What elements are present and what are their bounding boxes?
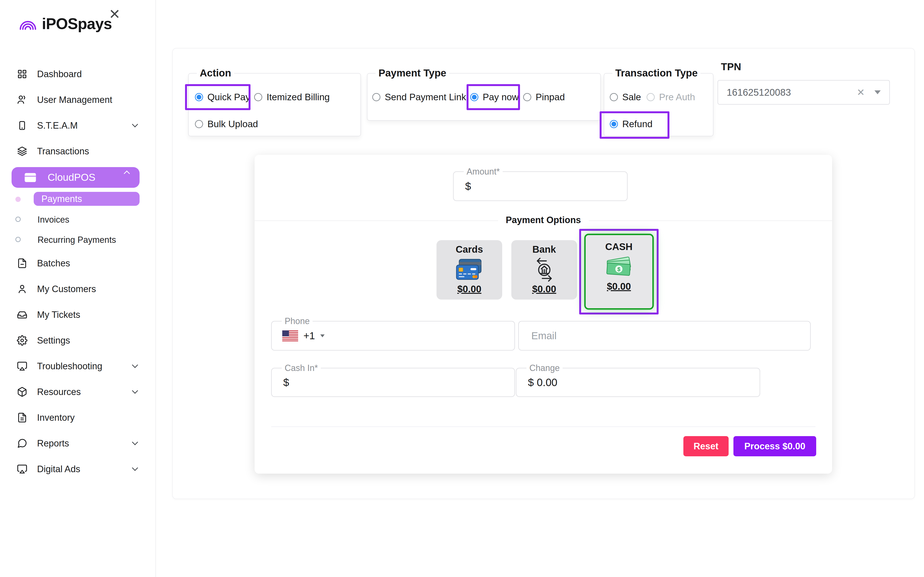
sidebar-item-my-tickets[interactable]: My Tickets <box>17 308 140 322</box>
layers-icon <box>17 146 27 156</box>
amount-currency-prefix: $ <box>465 180 471 192</box>
sidebar-item-batches[interactable]: Batches <box>17 256 140 271</box>
sidebar-item-label: Batches <box>37 258 70 269</box>
bank-transfer-icon <box>511 255 577 284</box>
cash-in-currency-prefix: $ <box>283 377 289 388</box>
chevron-down-icon <box>132 439 138 445</box>
credit-cards-icon <box>436 255 502 284</box>
buttons-divider <box>271 427 816 427</box>
chevron-down-icon <box>132 362 138 368</box>
sidebar-item-label: Dashboard <box>37 69 82 79</box>
option-amount: $0.00 <box>586 281 652 292</box>
chevron-down-icon <box>132 121 138 127</box>
payment-option-cards[interactable]: Cards <box>436 240 502 300</box>
amount-field[interactable]: Amount* $ <box>453 171 628 201</box>
radio-itemized-billing[interactable]: Itemized Billing <box>254 92 330 102</box>
radio-label: Pre Auth <box>659 92 695 102</box>
payment-option-cash[interactable]: CASH $ $0.00 <box>584 234 654 309</box>
cash-in-field[interactable]: Cash In* $ <box>271 368 515 397</box>
radio-icon <box>254 93 262 101</box>
radio-pinpad[interactable]: Pinpad <box>523 92 565 102</box>
sidebar-item-label: Inventory <box>37 413 74 423</box>
change-field: Change $ 0.00 <box>516 368 760 397</box>
phone-field[interactable]: Phone +1 <box>271 321 515 351</box>
sidebar-item-payments[interactable]: Payments <box>34 192 140 206</box>
cash-icon: $ <box>586 253 652 281</box>
radio-label: Itemized Billing <box>267 92 330 102</box>
radio-icon <box>372 93 380 101</box>
sidebar-item-cloudpos[interactable]: CloudPOS <box>11 167 140 188</box>
radio-label: Bulk Upload <box>207 119 258 129</box>
file-minus-icon <box>17 258 27 269</box>
change-value: $ 0.00 <box>528 377 557 388</box>
sidebar-item-settings[interactable]: Settings <box>17 333 140 348</box>
sidebar: iPOSpays ✕ Dashboard User Management S.T… <box>0 0 156 577</box>
radio-send-payment-link[interactable]: Send Payment Link <box>372 92 466 102</box>
sidebar-item-my-customers[interactable]: My Customers <box>17 282 140 296</box>
box-icon <box>17 387 27 397</box>
sidebar-item-transactions[interactable]: Transactions <box>17 144 140 158</box>
main-content-card: Action Quick Pay Itemized Billing Bulk U… <box>172 48 915 499</box>
sidebar-item-label: Settings <box>37 335 70 346</box>
clear-icon[interactable]: ✕ <box>857 87 865 98</box>
radio-sale[interactable]: Sale <box>610 92 641 102</box>
cloudpos-card-icon <box>24 172 37 183</box>
change-label: Change <box>527 363 562 373</box>
option-amount: $0.00 <box>436 284 502 295</box>
sidebar-item-inventory[interactable]: Inventory <box>17 410 140 425</box>
rainbow-logo-icon <box>19 16 37 31</box>
radio-label: Refund <box>622 119 653 129</box>
radio-icon <box>610 93 618 101</box>
payment-panel: Amount* $ Payment Options Cards <box>255 155 832 474</box>
chevron-up-icon <box>124 171 130 176</box>
email-input[interactable] <box>519 321 810 350</box>
quick-pay-highlight <box>185 84 250 110</box>
sidebar-item-label: Resources <box>37 387 81 397</box>
radio-refund[interactable]: Refund <box>610 119 653 129</box>
grid-icon <box>17 69 27 79</box>
us-flag-icon <box>282 330 298 342</box>
brand-logo[interactable]: iPOSpays <box>19 15 112 33</box>
tpn-label: TPN <box>721 61 741 73</box>
sidebar-item-label: Recurring Payments <box>37 235 116 245</box>
sidebar-item-label: Digital Ads <box>37 464 80 474</box>
screen-ads-icon <box>17 464 27 474</box>
sidebar-item-reports[interactable]: Reports <box>17 436 140 451</box>
sidebar-item-user-management[interactable]: User Management <box>17 93 140 107</box>
payment-option-bank[interactable]: Bank $0.00 <box>511 240 577 300</box>
radio-pre-auth: Pre Auth <box>646 92 695 102</box>
sidebar-item-resources[interactable]: Resources <box>17 385 140 399</box>
sidebar-item-invoices[interactable]: Invoices <box>37 215 69 225</box>
sidebar-item-troubleshooting[interactable]: Troubleshooting <box>17 359 140 373</box>
transaction-type-fieldset: Transaction Type Sale Pre Auth Refund <box>604 73 714 136</box>
radio-icon <box>610 120 618 128</box>
sidebar-item-digital-ads[interactable]: Digital Ads <box>17 462 140 476</box>
close-icon[interactable]: ✕ <box>109 7 121 21</box>
sidebar-item-steam[interactable]: S.T.E.A.M <box>17 118 140 133</box>
message-circle-icon <box>17 438 27 449</box>
option-title: Cards <box>436 244 502 255</box>
sidebar-item-recurring-payments[interactable]: Recurring Payments <box>37 235 116 245</box>
radio-bulk-upload[interactable]: Bulk Upload <box>195 119 258 129</box>
sidebar-item-label: My Tickets <box>37 309 80 320</box>
sidebar-item-dashboard[interactable]: Dashboard <box>17 67 140 81</box>
dial-code-selector[interactable]: +1 <box>282 330 325 342</box>
svg-text:$: $ <box>617 266 620 272</box>
active-bullet-icon <box>15 197 21 202</box>
sidebar-item-label: My Customers <box>37 284 96 294</box>
email-field-wrap <box>518 321 811 351</box>
users-icon <box>17 95 27 105</box>
chevron-down-icon <box>874 90 881 94</box>
option-amount: $0.00 <box>511 284 577 295</box>
radio-label: Pinpad <box>536 92 565 102</box>
sidebar-item-label: Payments <box>41 194 82 204</box>
app-root: iPOSpays ✕ Dashboard User Management S.T… <box>0 0 924 577</box>
amount-label: Amount* <box>464 167 503 177</box>
option-title: Bank <box>511 244 577 255</box>
tpn-select[interactable]: 161625120083 ✕ <box>717 80 890 105</box>
reset-button[interactable]: Reset <box>683 436 729 456</box>
bullet-icon <box>15 217 21 222</box>
payment-type-fieldset: Payment Type Send Payment Link Pay now P… <box>367 73 601 121</box>
screen-share-icon <box>17 361 27 371</box>
process-button[interactable]: Process $0.00 <box>733 436 816 456</box>
